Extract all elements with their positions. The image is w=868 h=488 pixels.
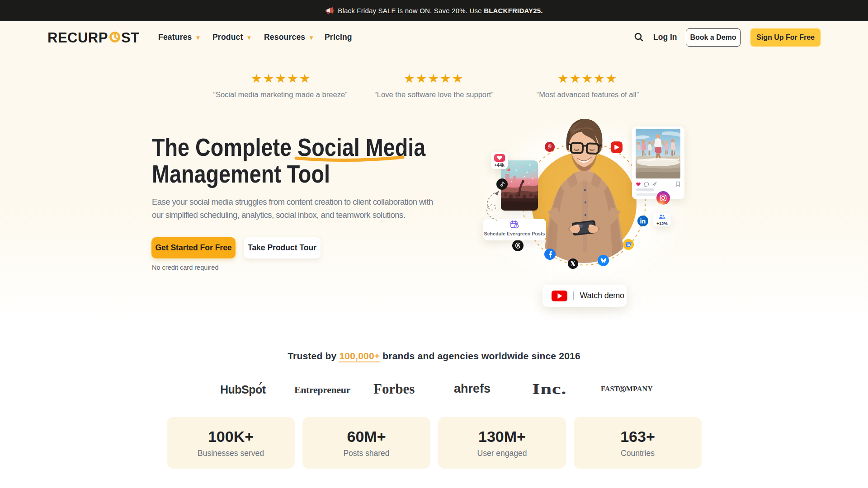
svg-text:G: G: [630, 245, 632, 247]
svg-text:ST: ST: [121, 30, 139, 45]
svg-text:RECURP: RECURP: [47, 30, 108, 45]
